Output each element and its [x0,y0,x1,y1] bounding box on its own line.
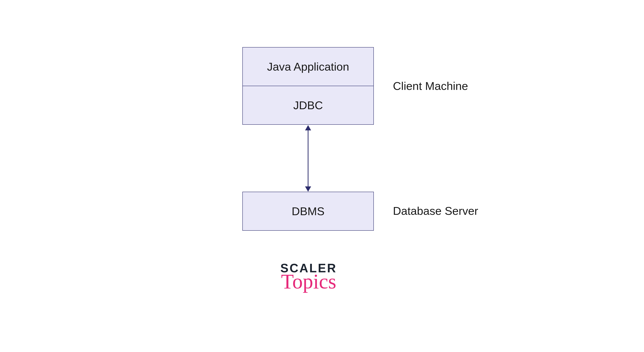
box-dbms-label: DBMS [292,205,324,218]
box-java-application-label: Java Application [267,60,349,73]
box-java-application: Java Application [242,47,374,86]
arrow-line [308,130,308,188]
box-dbms: DBMS [242,192,374,231]
arrow-head-up-icon [305,125,311,130]
label-client-machine: Client Machine [393,79,468,92]
box-jdbc: JDBC [242,86,374,125]
logo-line2: Topics [273,270,345,294]
label-database-server: Database Server [393,204,478,217]
logo-scaler-topics: SCALER Topics [273,261,345,294]
arrow-head-down-icon [305,186,311,192]
box-jdbc-label: JDBC [293,99,323,112]
